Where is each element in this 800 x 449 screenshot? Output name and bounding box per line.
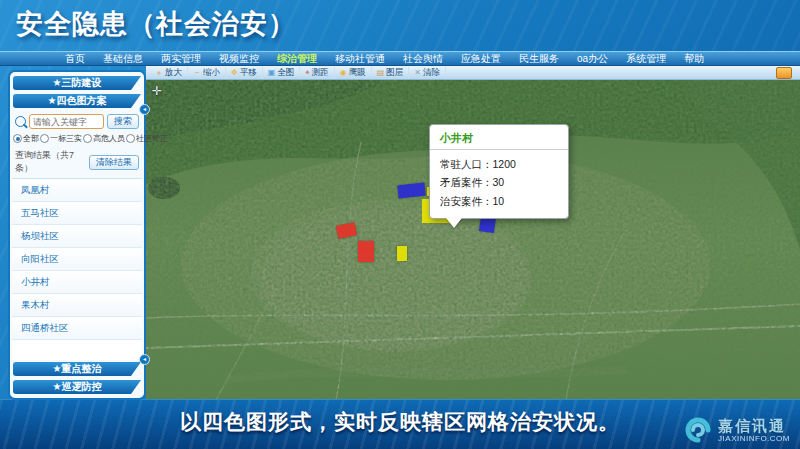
map-tools: ＋放大－缩小✥平移▣全图⌖测距◉鹰眼▤图层✕清除 bbox=[150, 67, 446, 79]
filter-option-1[interactable]: 一标三实 bbox=[40, 133, 82, 144]
search-input[interactable] bbox=[29, 114, 104, 129]
list-item-6[interactable]: 四通桥社区 bbox=[12, 317, 142, 340]
search-icon bbox=[15, 116, 26, 127]
radio-icon[interactable] bbox=[40, 134, 49, 143]
full-extent-icon: ▣ bbox=[268, 69, 276, 77]
list-item-5[interactable]: 果木村 bbox=[12, 294, 142, 317]
map-tool-label: 图层 bbox=[386, 67, 403, 79]
list-item-0[interactable]: 凤凰村 bbox=[12, 179, 142, 202]
radio-icon[interactable] bbox=[13, 134, 22, 143]
nav-item-8[interactable]: 民生服务 bbox=[510, 52, 568, 66]
map-tool-label: 清除 bbox=[423, 67, 440, 79]
sidebar-collapse-icon-bottom[interactable]: ◂ bbox=[139, 354, 150, 365]
logo-swirl-icon bbox=[683, 415, 713, 445]
filter-option-2[interactable]: 高危人员 bbox=[83, 133, 125, 144]
map-tool-zoom-out[interactable]: －缩小 bbox=[188, 67, 226, 79]
map-tool-pan[interactable]: ✥平移 bbox=[226, 67, 263, 79]
nav-items: 首页基础信息两实管理视频监控综治管理移动社管通社会舆情应急处置民生服务oa办公系… bbox=[56, 52, 713, 66]
nav-item-2[interactable]: 两实管理 bbox=[152, 52, 210, 66]
map-tool-label: 测距 bbox=[312, 67, 329, 79]
map-tool-measure[interactable]: ⌖测距 bbox=[300, 67, 335, 79]
list-item-2[interactable]: 杨坝社区 bbox=[12, 225, 142, 248]
sidebar-collapse-icon[interactable]: ◂ bbox=[139, 104, 150, 115]
filter-label: 一标三实 bbox=[50, 133, 82, 144]
sidebar: ★三防建设 ★四色图方案 搜索 全部一标三实高危人员社区矫正 查询结果（共7条）… bbox=[8, 70, 146, 400]
sidebar-section-fourcolor[interactable]: ★四色图方案 bbox=[13, 94, 141, 108]
map-pan-compass-icon[interactable]: ✛ bbox=[150, 84, 164, 98]
popup-tail bbox=[446, 218, 462, 228]
logo-domain: JIAXININFO.COM bbox=[718, 434, 790, 443]
list-item-3[interactable]: 向阳社区 bbox=[12, 248, 142, 271]
zoom-in-icon: ＋ bbox=[155, 69, 163, 77]
map-tool-overview[interactable]: ◉鹰眼 bbox=[335, 67, 372, 79]
result-list: 凤凰村五马社区杨坝社区向阳社区小井村果木村四通桥社区 bbox=[12, 178, 142, 360]
logo-company-name: 嘉信讯通 bbox=[718, 418, 790, 434]
sidebar-section-sanfang[interactable]: ★三防建设 bbox=[13, 76, 141, 90]
filter-row: 全部一标三实高危人员社区矫正 bbox=[12, 131, 142, 146]
radio-icon[interactable] bbox=[126, 134, 135, 143]
main-nav: 首页基础信息两实管理视频监控综治管理移动社管通社会舆情应急处置民生服务oa办公系… bbox=[0, 51, 800, 66]
map-tool-label: 放大 bbox=[165, 67, 182, 79]
zoom-out-icon: － bbox=[193, 69, 201, 77]
map-tool-label: 平移 bbox=[240, 67, 257, 79]
filter-label: 社区矫正 bbox=[136, 133, 168, 144]
result-summary: 查询结果（共7条） bbox=[15, 149, 89, 175]
map-tool-label: 鹰眼 bbox=[349, 67, 366, 79]
clear-results-button[interactable]: 清除结果 bbox=[89, 155, 139, 170]
popup-row-矛盾案件: 矛盾案件：30 bbox=[440, 173, 558, 191]
result-row: 查询结果（共7条） 清除结果 bbox=[12, 146, 142, 178]
search-button[interactable]: 搜索 bbox=[107, 114, 139, 129]
nav-item-7[interactable]: 应急处置 bbox=[452, 52, 510, 66]
popup-row-治安案件: 治安案件：10 bbox=[440, 192, 558, 210]
nav-item-3[interactable]: 视频监控 bbox=[210, 52, 268, 66]
search-row: 搜索 bbox=[12, 110, 142, 131]
popup-row-常驻人口: 常驻人口：1200 bbox=[440, 155, 558, 173]
overview-icon: ◉ bbox=[340, 69, 347, 77]
map-tool-label: 全图 bbox=[277, 67, 294, 79]
pan-icon: ✥ bbox=[231, 69, 238, 77]
layers-icon: ▤ bbox=[377, 69, 385, 77]
vendor-logo: 嘉信讯通 JIAXININFO.COM bbox=[683, 415, 790, 445]
map-tool-clear[interactable]: ✕清除 bbox=[409, 67, 446, 79]
bottom-bar: 以四色图形式，实时反映辖区网格治安状况。 嘉信讯通 JIAXININFO.COM bbox=[0, 399, 800, 449]
app-window: 安全隐患（社会治安） 首页基础信息两实管理视频监控综治管理移动社管通社会舆情应急… bbox=[0, 0, 800, 449]
map-tool-label: 缩小 bbox=[203, 67, 220, 79]
nav-item-6[interactable]: 社会舆情 bbox=[394, 52, 452, 66]
page-title: 安全隐患（社会治安） bbox=[16, 6, 296, 42]
list-item-4[interactable]: 小井村 bbox=[12, 271, 142, 294]
radio-icon[interactable] bbox=[83, 134, 92, 143]
clear-icon: ✕ bbox=[414, 69, 421, 77]
map-toolbar: ＋放大－缩小✥平移▣全图⌖测距◉鹰眼▤图层✕清除 bbox=[146, 66, 800, 80]
filter-label: 全部 bbox=[23, 133, 39, 144]
zone-red-mid[interactable] bbox=[358, 241, 374, 262]
zone-yellow-small[interactable] bbox=[397, 246, 407, 261]
nav-item-4[interactable]: 综治管理 bbox=[268, 52, 326, 66]
nav-item-11[interactable]: 帮助 bbox=[675, 52, 713, 66]
info-popup: 小井村 常驻人口：1200矛盾案件：30治安案件：10 bbox=[429, 124, 569, 219]
nav-item-10[interactable]: 系统管理 bbox=[617, 52, 675, 66]
map-tool-zoom-in[interactable]: ＋放大 bbox=[150, 67, 188, 79]
map-viewport[interactable]: ＋放大－缩小✥平移▣全图⌖测距◉鹰眼▤图层✕清除 bbox=[146, 66, 800, 400]
nav-item-9[interactable]: oa办公 bbox=[568, 52, 617, 66]
popup-body: 常驻人口：1200矛盾案件：30治安案件：10 bbox=[430, 150, 568, 218]
nav-item-0[interactable]: 首页 bbox=[56, 52, 94, 66]
popup-village-name: 小井村 bbox=[430, 125, 568, 150]
nav-item-1[interactable]: 基础信息 bbox=[94, 52, 152, 66]
fullscreen-icon[interactable] bbox=[776, 67, 792, 79]
filter-option-0[interactable]: 全部 bbox=[13, 133, 39, 144]
list-item-1[interactable]: 五马社区 bbox=[12, 202, 142, 225]
sidebar-section-patrol[interactable]: ★巡逻防控 bbox=[13, 380, 141, 394]
measure-icon: ⌖ bbox=[305, 69, 310, 77]
map-tool-layers[interactable]: ▤图层 bbox=[372, 67, 410, 79]
filter-label: 高危人员 bbox=[93, 133, 125, 144]
filter-option-3[interactable]: 社区矫正 bbox=[126, 133, 168, 144]
nav-item-5[interactable]: 移动社管通 bbox=[326, 52, 394, 66]
map-tool-full-extent[interactable]: ▣全图 bbox=[263, 67, 301, 79]
caption-text: 以四色图形式，实时反映辖区网格治安状况。 bbox=[0, 408, 800, 436]
sidebar-section-key-rectify[interactable]: ★重点整治 bbox=[13, 362, 141, 376]
